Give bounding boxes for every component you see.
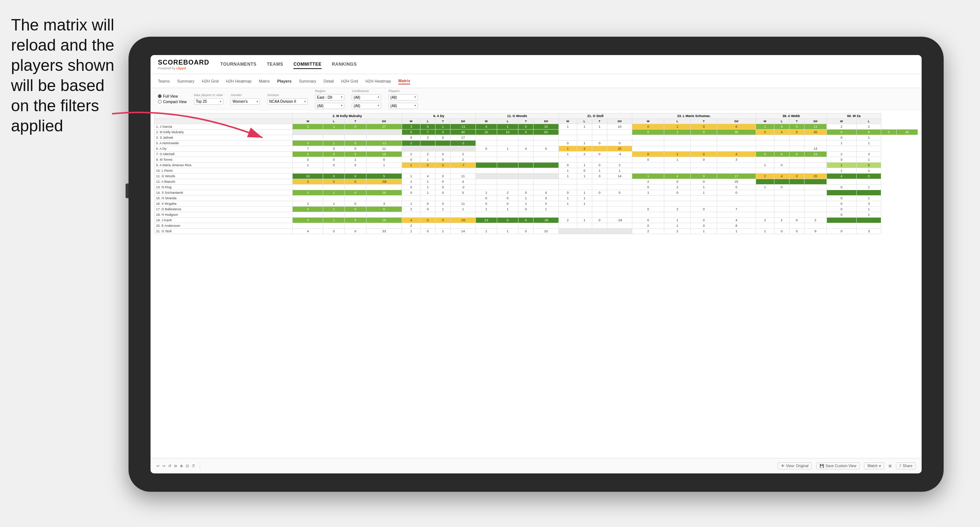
players-select2-wrapper[interactable]: (All): [388, 102, 418, 109]
cell: 1: [756, 163, 774, 168]
subnav-h2h-heatmap2[interactable]: H2H Heatmap: [365, 78, 391, 84]
reset-button[interactable]: ↺: [168, 464, 171, 468]
region-select-wrapper[interactable]: East - DII (All): [315, 94, 344, 100]
cell: [577, 223, 592, 229]
cell: 0: [436, 152, 450, 157]
nav-rankings[interactable]: RANKINGS: [332, 60, 357, 69]
subnav-summary1[interactable]: Summary: [177, 78, 194, 84]
players-select1-wrapper[interactable]: (All): [388, 94, 418, 100]
cell: [805, 190, 827, 195]
table-row: 5. A Nomrowski 3 1 0 -11 1 -1 0: [154, 141, 918, 146]
cell: 3: [293, 190, 323, 195]
annotation-text: The matrix will reload and the players s…: [11, 15, 125, 136]
save-custom-view-button[interactable]: 💾 Save Custom View: [816, 462, 859, 469]
cell: 0: [881, 130, 896, 135]
compact-view-option[interactable]: Compact View: [158, 100, 186, 104]
zoom-out-button[interactable]: ⊖: [174, 464, 177, 468]
conference-select1[interactable]: (All): [352, 94, 381, 100]
gender-select-wrapper[interactable]: Women's Men's: [231, 98, 260, 105]
cell: [857, 223, 881, 229]
cell: 3: [293, 141, 323, 146]
cell: 4: [577, 146, 592, 152]
cell: [774, 168, 789, 174]
full-view-option[interactable]: Full View: [158, 94, 186, 98]
cell: [632, 163, 664, 168]
conference-select2[interactable]: (All): [352, 103, 381, 109]
cell: 1: [632, 190, 664, 195]
max-players-select[interactable]: Top 25 Top 10 Top 50: [194, 98, 223, 105]
subnav-teams[interactable]: Teams: [158, 78, 170, 84]
cell: [607, 206, 632, 212]
subnav-summary2[interactable]: Summary: [299, 78, 316, 84]
cell: 0: [345, 124, 366, 130]
cell: 5: [450, 190, 476, 195]
undo-button[interactable]: ↩: [156, 464, 159, 468]
cell: [789, 190, 804, 195]
cell: 2: [664, 229, 690, 234]
cell: 1: [558, 168, 577, 174]
cell: 4: [420, 174, 436, 179]
fit-button[interactable]: ⊡: [186, 464, 189, 468]
zoom-in-button[interactable]: ⊕: [180, 464, 183, 468]
cell: [450, 223, 476, 229]
cell: 1: [690, 229, 717, 234]
cell: [476, 184, 497, 190]
subnav-detail[interactable]: Detail: [323, 78, 334, 84]
full-view-radio[interactable]: [158, 94, 162, 98]
cell: 1: [577, 141, 592, 146]
cell: [664, 168, 690, 174]
player-name: 3. S Jelinek: [154, 135, 293, 141]
max-players-select-wrapper[interactable]: Top 25 Top 10 Top 50: [194, 98, 223, 105]
wlt-5-l: L: [664, 119, 690, 124]
subnav-h2h-heatmap1[interactable]: H2H Heatmap: [226, 78, 251, 84]
players-select2[interactable]: (All): [388, 103, 418, 109]
conference-select2-wrapper[interactable]: (All): [352, 102, 381, 109]
watch-button[interactable]: Watch ▾: [864, 462, 884, 469]
share-button[interactable]: ⤴ Share: [896, 462, 916, 469]
gender-select[interactable]: Women's Men's: [231, 98, 260, 105]
cell: 1: [857, 206, 881, 212]
redo-button[interactable]: ↪: [162, 464, 165, 468]
cell: 10: [293, 174, 323, 179]
conference-select1-wrapper[interactable]: (All): [352, 94, 381, 100]
cell: 1: [664, 152, 690, 157]
wlt-1-l: L: [323, 119, 345, 124]
division-select-wrapper[interactable]: NCAA Division II NCAA Division I: [267, 98, 308, 105]
subnav-matrix2[interactable]: Matrix: [398, 78, 410, 84]
nav-tournaments[interactable]: TOURNAMENTS: [220, 60, 257, 69]
region-select2[interactable]: (All): [315, 103, 344, 109]
table-row: 8. M Torres 0 0 1 0 0 1 0 2: [154, 157, 918, 163]
cell: 0: [690, 174, 717, 179]
layout-button[interactable]: ⊞: [889, 464, 891, 468]
cell: [664, 212, 690, 217]
cell: [756, 206, 774, 212]
players-select1[interactable]: (All): [388, 94, 418, 100]
cell: 0: [497, 195, 518, 201]
cell: 1: [519, 201, 533, 206]
region-select[interactable]: East - DII (All): [315, 94, 344, 100]
cell: [519, 179, 533, 184]
timer-button[interactable]: ⏱: [192, 464, 195, 468]
cell: [366, 135, 402, 141]
cell: [577, 206, 592, 212]
division-select[interactable]: NCAA Division II NCAA Division I: [267, 98, 308, 105]
cell: [774, 135, 789, 141]
cell: 0: [789, 229, 804, 234]
subnav-players[interactable]: Players: [277, 78, 291, 84]
nav-committee[interactable]: COMMITTEE: [293, 60, 321, 69]
matrix-area[interactable]: 2. M Kelly Mulcahy 6. A Dy 11. G Woods 2…: [151, 110, 922, 458]
subnav-h2h-grid2[interactable]: H2H Grid: [341, 78, 358, 84]
cell: 0: [632, 217, 664, 223]
compact-view-radio[interactable]: [158, 100, 162, 103]
cell: [323, 184, 345, 190]
cell: [592, 146, 607, 152]
wlt-6-dif: Dif: [805, 119, 827, 124]
cell: 33: [366, 229, 402, 234]
nav-teams[interactable]: TEAMS: [267, 60, 283, 69]
view-original-button[interactable]: 👁 View: Original: [778, 462, 812, 469]
subnav-h2h-grid1[interactable]: H2H Grid: [202, 78, 218, 84]
cell: [533, 223, 558, 229]
subnav-matrix1[interactable]: Matrix: [259, 78, 270, 84]
region-select2-wrapper[interactable]: (All): [315, 102, 344, 109]
cell: [805, 195, 827, 201]
